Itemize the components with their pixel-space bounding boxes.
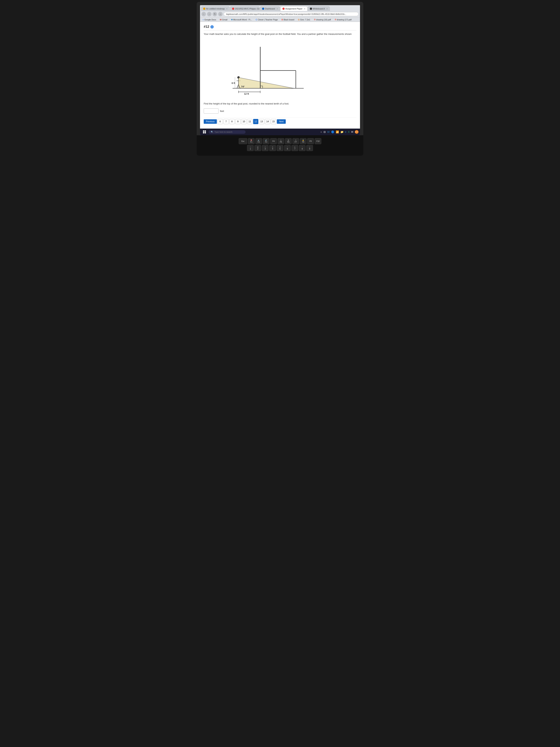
key-f5[interactable]: CF5 [277,138,284,144]
page-btn-7[interactable]: 7 [223,119,229,124]
bookmark-label-gmail: Gmail [222,19,228,21]
key-f6[interactable]: ⊠F6 [285,138,292,144]
page-btn-6[interactable]: 6 [218,119,223,124]
svg-text:74°: 74° [241,85,245,88]
tab-favicon-mindmap [203,7,205,10]
taskbar-right: ○ ⊟ W 🔵 📶 📁 e X ✉ 85°F [320,130,358,134]
keyboard-row-fn: Esc 🔇F1 🔉F2 🔊F3 F4 CF5 ⊠F6 ✈F7 🔒F8 F9 F1… [201,138,359,144]
page-btn-14[interactable]: 14 [265,119,270,124]
answer-input[interactable] [204,108,218,113]
page-content: #12 i Your math teacher asks you to calc… [200,22,360,129]
word-icon: ◈ [231,18,233,21]
address-bar[interactable]: bigideasmath.com/MRL/public/app/#/studen… [224,12,358,16]
svg-rect-21 [205,132,206,133]
key-6[interactable]: ^6 [284,145,291,151]
tab-dashboard[interactable]: Dashboard ✕ [260,6,280,11]
browser-chrome: An untitled mindmap ✕ 2021RS2-MVC-Phipps… [200,5,360,22]
taskbar-icon-excel: X [348,130,350,133]
tab-label-assignment: Assignment Player [285,7,302,10]
tab-close-whiteboard[interactable]: ✕ [326,8,328,10]
key-8[interactable]: *8 [299,145,305,151]
tab-favicon-assignment [283,7,285,10]
key-f10[interactable]: F10 [315,138,321,144]
key-esc[interactable]: Esc [239,138,247,144]
key-1[interactable]: !1 [247,145,254,151]
taskbar-icon-taskview: ⊟ [323,130,326,133]
weather-text: 85°F [355,131,358,133]
key-7[interactable]: &7 [292,145,298,151]
tab-geo[interactable]: 2021RS2-MVC-Phipps--Geo: ✕ [230,6,260,11]
page-btn-15[interactable]: 15 [271,119,276,124]
key-f7[interactable]: ✈F7 [292,138,299,144]
svg-rect-20 [203,132,204,133]
tab-close-dashboard[interactable]: ✕ [276,8,278,10]
page-btn-8[interactable]: 8 [230,119,235,124]
page-btn-13[interactable]: 13 [259,119,264,124]
key-f2[interactable]: 🔉F2 [256,138,262,144]
next-button[interactable]: Next [277,119,286,124]
tab-favicon-dashboard [262,7,264,10]
bookmark-label-word: Microsoft Word - Fi... [233,19,252,21]
forward-button[interactable]: → [207,12,212,16]
bookmark-drawing17[interactable]: ⊙ drawing (17).pdf [334,18,353,21]
page-btn-10[interactable]: 10 [241,119,246,124]
key-4[interactable]: $4 [269,145,276,151]
taskbar-search-area[interactable]: 🔍 [209,130,245,134]
key-9[interactable]: (9 [306,145,313,151]
key-f8[interactable]: 🔒F8 [300,138,306,144]
tab-close-assignment[interactable]: ✕ [304,8,305,10]
home-button[interactable]: ⌂ [218,12,222,16]
key-3[interactable]: #3 [262,145,268,151]
reload-button[interactable]: ↻ [213,12,217,16]
sub-question-text: Find the height of the top of the goal p… [204,102,356,106]
bookmark-drawing16[interactable]: ⊙ drawing (16).pdf [313,18,332,21]
key-f9[interactable]: F9 [307,138,314,144]
bookmark-blackboard[interactable]: B Black board [281,18,295,21]
address-bar-row: ← → ↻ ⌂ bigideasmath.com/MRL/public/app/… [200,11,360,17]
question-header: #12 i [204,25,356,30]
key-f4[interactable]: F4 [270,138,277,144]
pagination: Previous 6 7 8 9 10 11 12 13 14 15 Next [204,117,356,126]
taskbar-icon-mail: ✉ [351,130,353,133]
drawing17-icon: ⊙ [335,18,336,21]
bookmark-word[interactable]: ◈ Microsoft Word - Fi... [230,18,253,21]
clever-icon: C [256,19,257,21]
info-icon[interactable]: i [210,25,214,28]
page-btn-12[interactable]: 12 [253,119,258,124]
laptop-outer: An untitled mindmap ✕ 2021RS2-MVC-Phipps… [197,2,363,135]
tab-bar: An untitled mindmap ✕ 2021RS2-MVC-Phipps… [200,5,360,11]
taskbar-search-input[interactable] [214,131,240,133]
key-5[interactable]: %5 [277,145,283,151]
bookmark-label-blackboard: Black board [284,19,294,21]
gmail-icon: M [220,19,221,21]
tab-close-mindmap[interactable]: ✕ [226,8,228,10]
bookmark-label-geo721: Geo: 7.2e1 [300,19,310,21]
key-2[interactable]: @2 [255,145,261,151]
bookmarks-bar: ≡ Google Docs M Gmail ◈ Microsoft Word -… [200,17,360,22]
geo-icon: G [298,19,300,21]
tab-label-mindmap: An untitled mindmap [206,7,224,10]
bookmark-label-google-docs: Google Docs [204,19,216,21]
blackboard-icon: B [282,19,283,21]
key-f3[interactable]: 🔊F3 [263,138,269,144]
key-f1[interactable]: 🔇F1 [248,138,255,144]
page-btn-11[interactable]: 11 [247,119,252,124]
tab-label-geo: 2021RS2-MVC-Phipps--Geo: [235,7,260,10]
answer-area: feet [204,108,356,113]
bookmark-gmail[interactable]: M Gmail [219,18,229,21]
keyboard-row-numbers: !1 @2 #3 $4 %5 ^6 &7 *8 (9 [201,145,359,151]
tab-assignment[interactable]: Assignment Player ✕ [281,6,308,11]
bookmark-geo721[interactable]: G Geo: 7.2e1 [297,18,311,21]
back-button[interactable]: ← [202,12,206,16]
keyboard-area: Esc 🔇F1 🔉F2 🔊F3 F4 CF5 ⊠F6 ✈F7 🔒F8 F9 F1… [197,135,363,156]
page-btn-9[interactable]: 9 [235,119,241,124]
bookmark-google-docs[interactable]: ≡ Google Docs [202,18,217,21]
windows-start-button[interactable] [202,130,207,134]
tab-whiteboard[interactable]: Whiteboard.fi ✕ [308,6,330,11]
bookmark-clever[interactable]: C Clever | Teacher Page [255,18,279,21]
taskbar-icon-network: 📶 [336,130,339,133]
tab-mindmap[interactable]: An untitled mindmap ✕ [201,6,230,11]
svg-line-4 [237,84,239,88]
svg-rect-18 [203,130,204,132]
previous-button[interactable]: Previous [204,119,217,124]
